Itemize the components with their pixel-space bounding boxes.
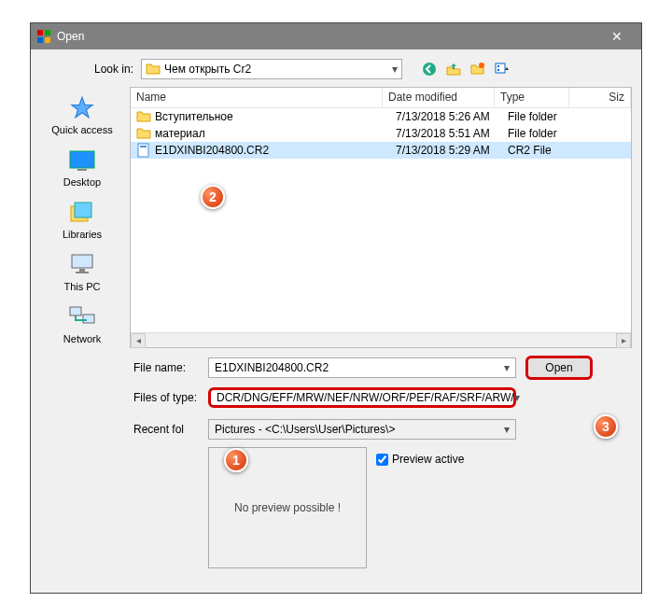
- col-size[interactable]: Siz: [569, 88, 631, 107]
- main-area: Quick access Desktop Libraries This PC N…: [40, 87, 632, 348]
- horizontal-scrollbar[interactable]: ◂ ▸: [131, 332, 631, 347]
- filetype-row: Files of type: DCR/DNG/EFF/MRW/NEF/NRW/O…: [133, 387, 632, 408]
- file-row-selected[interactable]: E1DXINBI204800.CR2 7/13/2018 5:29 AM CR2…: [131, 142, 631, 159]
- lookin-combo[interactable]: Чем открыть Cr2 ▾: [141, 59, 402, 79]
- preview-area: No preview possible ! Preview active: [208, 447, 632, 568]
- sidebar-this-pc[interactable]: This PC: [63, 251, 100, 292]
- file-date: 7/13/2018 5:51 AM: [396, 127, 508, 140]
- sidebar-quick-access[interactable]: Quick access: [51, 94, 112, 135]
- file-date: 7/13/2018 5:29 AM: [396, 144, 508, 157]
- col-type[interactable]: Type: [495, 88, 569, 107]
- app-icon: [36, 29, 51, 44]
- filetype-value: DCR/DNG/EFF/MRW/NEF/NRW/ORF/PEF/RAF/SRF/…: [217, 391, 514, 404]
- svg-point-5: [479, 63, 484, 68]
- svg-rect-17: [83, 315, 94, 323]
- svg-rect-14: [79, 269, 85, 272]
- scroll-left-icon[interactable]: ◂: [131, 333, 146, 348]
- sidebar-label: Desktop: [63, 176, 101, 188]
- svg-rect-10: [77, 169, 87, 171]
- recent-label: Recent fol: [133, 423, 199, 436]
- chevron-down-icon: ▾: [392, 63, 398, 76]
- filetype-combo[interactable]: DCR/DNG/EFF/MRW/NEF/NRW/ORF/PEF/RAF/SRF/…: [208, 387, 516, 408]
- recent-row: Recent fol Pictures - <C:\Users\User\Pic…: [133, 419, 632, 440]
- filename-row: File name: E1DXINBI204800.CR2 ▾ Open: [133, 356, 632, 380]
- folder-icon: [136, 126, 151, 141]
- dialog-body: Look in: Чем открыть Cr2 ▾ Quick access: [31, 49, 641, 578]
- close-button[interactable]: ✕: [598, 23, 636, 49]
- libraries-icon: [65, 199, 99, 227]
- file-list: Name Date modified Type Siz Вступительно…: [130, 87, 632, 348]
- svg-rect-9: [70, 151, 94, 168]
- scroll-right-icon[interactable]: ▸: [616, 333, 631, 348]
- svg-rect-15: [76, 272, 89, 273]
- svg-point-4: [423, 63, 436, 76]
- folder-icon: [136, 109, 151, 124]
- svg-rect-7: [497, 65, 499, 67]
- file-type: CR2 File: [508, 144, 582, 157]
- col-name[interactable]: Name: [131, 88, 383, 107]
- nav-icons: [421, 61, 511, 77]
- preview-options: Preview active: [376, 447, 464, 568]
- sidebar-label: Libraries: [63, 229, 102, 240]
- chevron-down-icon: ▾: [514, 391, 520, 404]
- svg-rect-19: [140, 146, 147, 147]
- window-title: Open: [57, 30, 84, 43]
- network-icon: [65, 303, 99, 331]
- form-rows: File name: E1DXINBI204800.CR2 ▾ Open Fil…: [133, 356, 632, 568]
- lookin-row: Look in: Чем открыть Cr2 ▾: [40, 59, 632, 79]
- file-name: E1DXINBI204800.CR2: [155, 144, 396, 157]
- svg-rect-6: [496, 63, 505, 73]
- preview-active-label: Preview active: [392, 453, 464, 466]
- col-date[interactable]: Date modified: [383, 88, 495, 107]
- sidebar-desktop[interactable]: Desktop: [63, 147, 101, 188]
- svg-rect-0: [37, 30, 43, 35]
- svg-rect-2: [37, 37, 43, 43]
- file-icon: [136, 143, 151, 158]
- sidebar-label: This PC: [63, 281, 100, 292]
- svg-rect-3: [45, 37, 50, 43]
- preview-checkbox-input[interactable]: [376, 454, 388, 466]
- chevron-down-icon: ▾: [504, 361, 510, 374]
- star-icon: [65, 94, 99, 122]
- places-sidebar: Quick access Desktop Libraries This PC N…: [40, 87, 124, 348]
- svg-rect-12: [75, 203, 91, 217]
- svg-rect-13: [72, 255, 92, 268]
- list-body[interactable]: Вступительное 7/13/2018 5:26 AM File fol…: [131, 108, 631, 332]
- recent-combo[interactable]: Pictures - <C:\Users\User\Pictures\> ▾: [208, 419, 516, 440]
- filetype-label: Files of type:: [133, 391, 199, 404]
- svg-rect-16: [70, 307, 81, 315]
- sidebar-label: Quick access: [51, 124, 112, 135]
- file-name: материал: [155, 127, 396, 140]
- svg-rect-1: [45, 30, 50, 35]
- sidebar-network[interactable]: Network: [63, 303, 101, 344]
- preview-empty-text: No preview possible !: [234, 501, 341, 514]
- back-icon[interactable]: [421, 61, 438, 77]
- view-menu-icon[interactable]: [494, 61, 511, 77]
- pc-icon: [65, 251, 99, 279]
- file-type: File folder: [508, 110, 582, 123]
- open-button[interactable]: Open: [525, 356, 593, 380]
- up-icon[interactable]: [445, 61, 462, 77]
- sidebar-libraries[interactable]: Libraries: [63, 199, 102, 240]
- desktop-icon: [65, 147, 99, 175]
- file-row[interactable]: Вступительное 7/13/2018 5:26 AM File fol…: [131, 108, 631, 125]
- titlebar: Open ✕: [31, 23, 641, 49]
- filename-value: E1DXINBI204800.CR2: [215, 361, 329, 374]
- lookin-label: Look in:: [40, 63, 133, 76]
- preview-active-checkbox[interactable]: Preview active: [376, 453, 464, 466]
- file-date: 7/13/2018 5:26 AM: [396, 110, 508, 123]
- open-dialog: Open ✕ Look in: Чем открыть Cr2 ▾: [30, 22, 642, 594]
- filename-input[interactable]: E1DXINBI204800.CR2 ▾: [208, 357, 516, 378]
- svg-rect-8: [497, 69, 499, 71]
- annotation-badge-3: 3: [594, 414, 618, 439]
- sidebar-label: Network: [63, 333, 101, 344]
- filename-label: File name:: [133, 361, 199, 374]
- new-folder-icon[interactable]: [469, 61, 486, 77]
- file-type: File folder: [508, 127, 582, 140]
- annotation-badge-2: 2: [201, 185, 225, 209]
- recent-value: Pictures - <C:\Users\User\Pictures\>: [215, 423, 395, 436]
- list-header: Name Date modified Type Siz: [131, 88, 631, 108]
- annotation-badge-1: 1: [224, 448, 248, 472]
- lookin-value: Чем открыть Cr2: [164, 63, 251, 76]
- file-row[interactable]: материал 7/13/2018 5:51 AM File folder: [131, 125, 631, 142]
